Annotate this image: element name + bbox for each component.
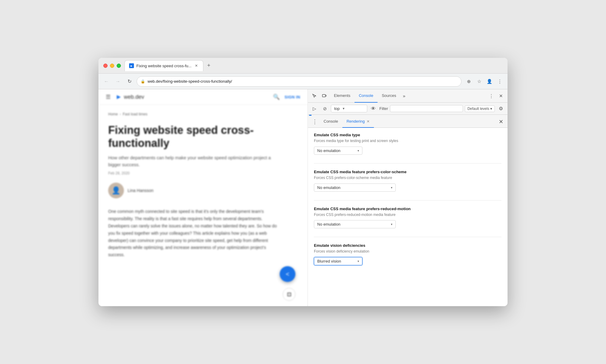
settings-gear-icon[interactable]: ⚙ [497,104,505,113]
dropdown-value-vision: Blurred vision [317,259,341,263]
article-body: One common myth connected to site speed … [108,208,278,259]
tab-close-button[interactable]: ✕ [194,63,199,68]
dropdown-arrow-reduced-motion: ▾ [391,223,392,226]
dropdown-reduced-motion[interactable]: No emulation ▾ [314,220,396,228]
dropdown-media-type[interactable]: No emulation ▾ [314,147,362,155]
render-section-media-type: Emulate CSS media type Forces media type… [314,133,501,155]
author-row: 👤 Lina Hansson [108,183,298,198]
inspect-element-button[interactable] [310,92,319,100]
render-section-color-scheme: Emulate CSS media feature prefers-color-… [314,170,501,192]
article-date: Feb 28, 2020 [108,171,298,175]
article-title: Fixing website speed cross-functionally [108,124,284,150]
sign-in-button[interactable]: SIGN IN [285,95,300,99]
svg-rect-0 [322,94,325,97]
active-tab[interactable]: ► Fixing website speed cross-fu... ✕ [125,60,203,71]
context-selector[interactable]: top ▼ [331,105,367,112]
eye-icon[interactable]: 👁 [369,104,378,113]
section-desc-color-scheme: Forces CSS prefers-color-scheme media fe… [314,175,501,180]
address-bar: ← → ↻ 🔒 web.dev/fixing-website-speed-cro… [98,74,508,89]
filter-bar: Filter Default levels ▾ [379,105,495,112]
devtools-more-options[interactable]: ⋮ [487,92,495,100]
dropdown-value-reduced-motion: No emulation [317,222,341,227]
url-bar[interactable]: 🔒 web.dev/fixing-website-speed-cross-fun… [137,76,461,87]
section-desc-vision: Forces vision deficiency emulation [314,249,501,254]
hamburger-menu-icon[interactable]: ☰ [106,94,111,100]
dropdown-arrow-vision: ▾ [358,260,359,263]
drawer-dots-button[interactable]: ⋮ [310,118,319,125]
menu-icon[interactable]: ⋮ [495,77,504,86]
logo-text: web.dev [124,94,144,100]
section-title-color-scheme: Emulate CSS media feature prefers-color-… [314,170,501,174]
dropdown-value-media-type: No emulation [317,148,341,153]
main-content: ☰ ► web.dev 🔍 SIGN IN Home › Fast load t… [98,89,508,306]
page-header-right: 🔍 SIGN IN [273,94,300,100]
svg-rect-1 [325,95,326,96]
page-content: ☰ ► web.dev 🔍 SIGN IN Home › Fast load t… [98,89,308,306]
dropdown-arrow-color-scheme: ▾ [391,186,392,189]
rendering-tab-close[interactable]: ✕ [367,119,370,124]
lock-icon: 🔒 [141,79,145,84]
divider-2 [314,200,501,200]
dropdown-arrow-media-type: ▾ [358,149,359,152]
search-icon[interactable]: 🔍 [273,94,280,100]
tab-elements[interactable]: Elements [330,89,355,103]
filter-label: Filter [379,106,388,111]
maximize-traffic-light[interactable] [117,64,121,68]
bottom-panel-tabs: ⋮ Console Rendering ✕ ✕ [308,116,508,128]
url-text: web.dev/fixing-website-speed-cross-funct… [148,79,458,84]
panel-close-button[interactable]: ✕ [497,117,505,126]
new-tab-button[interactable]: + [205,61,213,70]
devtools-close-button[interactable]: ✕ [497,92,505,100]
section-title-vision: Emulate vision deficiencies [314,243,501,248]
accessibility-button[interactable]: ⊡ [283,288,295,301]
tab-console[interactable]: Console [355,89,378,103]
devtools-actions: ⋮ ✕ [487,92,505,100]
panel-tab-rendering[interactable]: Rendering ✕ [342,116,374,128]
traffic-lights [103,64,121,68]
devtools-panel: Elements Console Sources » ⋮ ✕ ▷ [308,89,508,306]
breadcrumb: Home › Fast load times [108,112,298,116]
logo-arrow-icon: ► [115,93,122,101]
forward-button[interactable]: → [114,77,122,86]
close-traffic-light[interactable] [103,64,108,68]
address-actions: ⊕ ☆ 👤 ⋮ [464,77,504,86]
account-icon[interactable]: 👤 [485,77,494,86]
block-icon[interactable]: ⊘ [321,104,329,113]
breadcrumb-home[interactable]: Home [108,112,118,116]
default-levels-button[interactable]: Default levels ▾ [465,105,495,112]
play-icon[interactable]: ▷ [310,104,319,113]
more-tabs-button[interactable]: » [401,93,408,98]
minimize-traffic-light[interactable] [110,64,114,68]
devtools-second-bar: ▷ ⊘ top ▼ 👁 Filter Default levels ▾ ⚙ [308,103,508,115]
back-button[interactable]: ← [102,77,111,86]
tab-bar: ► Fixing website speed cross-fu... ✕ + [125,60,503,71]
render-section-vision: Emulate vision deficiencies Forces visio… [314,243,501,265]
breadcrumb-section: Fast load times [123,112,147,116]
section-title-reduced-motion: Emulate CSS media feature prefers-reduce… [314,207,501,211]
breadcrumb-separator: › [120,112,121,116]
device-toggle-button[interactable] [320,92,328,100]
divider-1 [314,163,501,164]
tab-sources[interactable]: Sources [378,89,401,103]
filter-input[interactable] [390,105,463,112]
page-body: Home › Fast load times Fixing website sp… [98,105,308,306]
divider-3 [314,237,501,237]
dropdown-value-color-scheme: No emulation [317,185,341,190]
share-button[interactable]: < [280,266,295,282]
section-desc-media-type: Forces media type for testing print and … [314,138,501,144]
site-logo: ► web.dev [115,93,144,101]
devtools-tabs: Elements Console Sources » [330,89,486,103]
bookmark-icon[interactable]: ☆ [475,77,483,86]
panel-tab-console[interactable]: Console [319,116,342,128]
tab-favicon: ► [129,63,134,68]
dropdown-vision[interactable]: Blurred vision ▾ [314,257,362,265]
dropdown-color-scheme[interactable]: No emulation ▾ [314,184,396,192]
reload-button[interactable]: ↻ [125,77,134,86]
cast-icon[interactable]: ⊕ [464,77,473,86]
tab-title: Fixing website speed cross-fu... [136,64,191,68]
article-subtitle: How other departments can help make your… [108,154,272,168]
render-section-reduced-motion: Emulate CSS media feature prefers-reduce… [314,207,501,229]
page-header: ☰ ► web.dev 🔍 SIGN IN [98,89,308,105]
author-name: Lina Hansson [128,188,154,193]
section-title-media-type: Emulate CSS media type [314,133,501,137]
